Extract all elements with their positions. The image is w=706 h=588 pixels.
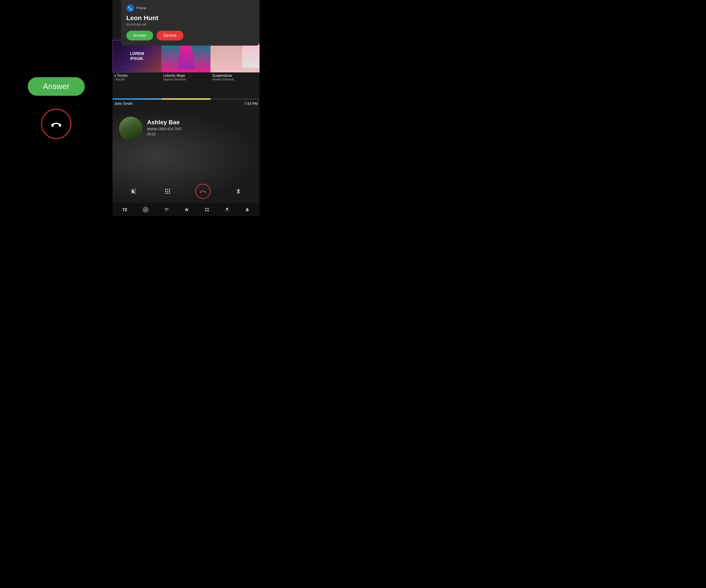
media-card-1-info: s Tincidu i Ryushi: [113, 73, 162, 82]
media-card-2-author: Nayara Defuente: [163, 78, 209, 81]
progress-bar-1: [113, 98, 162, 100]
bottom-navigation: 72 ›: [113, 203, 260, 216]
nav-signal-button[interactable]: [164, 207, 169, 212]
answer-button-large[interactable]: Answer: [28, 77, 85, 96]
notification-decline-button[interactable]: Decline: [157, 31, 184, 40]
progress-bar-2: [162, 98, 211, 100]
figure-silhouette-2: [178, 43, 195, 69]
media-card-1-title: s Tincidu: [114, 74, 160, 78]
media-card-2-info: Lobortis Magn Nayara Defuente: [162, 73, 211, 82]
svg-rect-3: [204, 192, 206, 193]
track-time: 7:43 PM: [244, 101, 258, 106]
decline-circle-button[interactable]: [41, 109, 71, 139]
nav-arrow-button[interactable]: ›: [143, 207, 149, 213]
notification-caller-name: Leon Hunt: [126, 14, 254, 22]
lorem-text: LOREMIPSUM.: [130, 51, 144, 61]
signal-icon: [164, 207, 169, 212]
nav-badge-item: 72: [122, 207, 127, 212]
notification-subtitle: Incoming call: [126, 23, 254, 26]
fan-icon: [225, 207, 230, 212]
phone-app-icon: [126, 4, 134, 12]
nav-home-button[interactable]: [184, 207, 189, 212]
svg-rect-2: [200, 192, 201, 193]
progress-bar-3: [210, 98, 260, 100]
arrow-icon[interactable]: ›: [143, 207, 149, 213]
media-card-3-info: Suspendisse Amelia Edwards: [210, 73, 260, 82]
call-duration: 00:22: [147, 132, 182, 136]
media-card-1[interactable]: LOREMIPSUM. s Tincidu i Ryushi: [113, 40, 162, 83]
media-grid: LOREMIPSUM. s Tincidu i Ryushi Lobortis …: [113, 40, 260, 83]
end-call-button[interactable]: [195, 184, 210, 199]
media-card-2[interactable]: Lobortis Magn Nayara Defuente: [162, 40, 211, 83]
call-controls: [113, 184, 260, 199]
media-card-1-author: i Ryushi: [114, 78, 160, 81]
microphone-muted-icon: [130, 188, 137, 195]
mute-button[interactable]: [128, 185, 140, 197]
notification-buttons: Answer Decline: [126, 31, 254, 40]
left-panel: Answer: [0, 0, 113, 216]
media-card-3[interactable]: Suspendisse Amelia Edwards: [210, 40, 260, 83]
nav-badge: 72: [122, 207, 127, 212]
svg-rect-1: [59, 125, 61, 127]
end-call-icon-small: [199, 187, 207, 195]
home-icon: [184, 207, 189, 212]
end-call-icon: [50, 117, 63, 130]
bluetooth-icon: [235, 188, 242, 195]
avatar-face: [119, 117, 143, 140]
nav-fan-button[interactable]: [225, 207, 230, 212]
track-info: John Smith 7:43 PM: [113, 100, 260, 108]
grid-icon: [205, 207, 209, 212]
bell-icon: [245, 207, 249, 212]
notification-popup: Phone Leon Hunt Incoming call Answer Dec…: [121, 0, 260, 46]
svg-rect-0: [51, 125, 54, 127]
caller-info: Ashley Bae Mobile (360) 624-7567 00:22: [147, 119, 182, 136]
progress-area: [113, 98, 260, 100]
media-card-3-author: Amelia Edwards: [212, 78, 258, 81]
notification-header: Phone: [126, 4, 254, 12]
media-card-2-title: Lobortis Magn: [163, 74, 209, 78]
media-card-3-title: Suspendisse: [212, 74, 258, 78]
notification-answer-button[interactable]: Answer: [126, 31, 153, 40]
keypad-icon: [164, 188, 171, 195]
keypad-button[interactable]: [162, 185, 174, 197]
track-name: John Smith: [114, 101, 132, 106]
caller-number: Mobile (360) 624-7567: [147, 127, 182, 131]
nav-grid-button[interactable]: [205, 207, 209, 212]
phone-icon: [128, 6, 132, 10]
caller-avatar: [119, 117, 143, 140]
right-panel: Phone Leon Hunt Incoming call Answer Dec…: [113, 0, 260, 216]
bluetooth-button[interactable]: [232, 185, 244, 197]
call-widget: Ashley Bae Mobile (360) 624-7567 00:22: [113, 110, 260, 203]
nav-bell-button[interactable]: [245, 207, 249, 212]
caller-name: Ashley Bae: [147, 119, 182, 126]
notification-app-name: Phone: [136, 6, 146, 10]
